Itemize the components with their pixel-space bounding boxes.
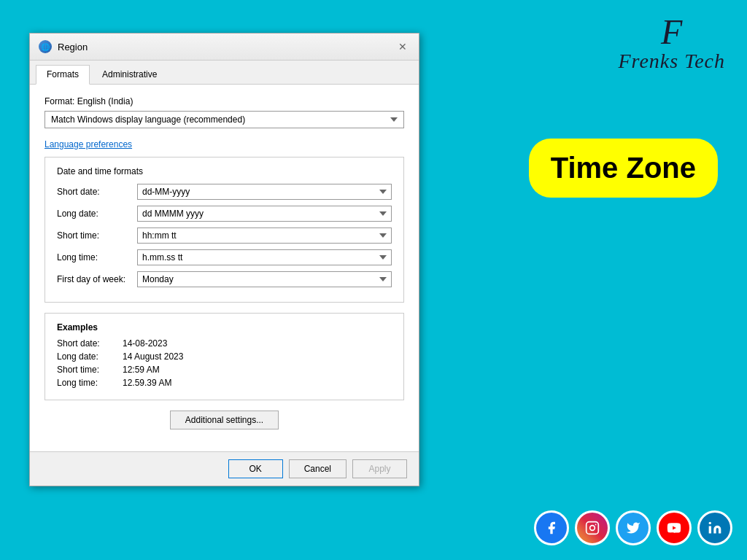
format-dropdown[interactable]: Match Windows display language (recommen… bbox=[44, 111, 404, 128]
date-time-formats-section: Date and time formats Short date: dd-MM-… bbox=[44, 157, 404, 303]
language-preferences-link[interactable]: Language preferences bbox=[44, 139, 132, 149]
dialog-title: Region bbox=[58, 42, 88, 52]
branding-container: F Frenks Tech bbox=[618, 15, 725, 73]
svg-point-1 bbox=[590, 526, 595, 531]
dialog-icon: 🌐 bbox=[39, 40, 52, 53]
social-icons-container bbox=[534, 510, 732, 545]
short-date-label: Short date: bbox=[57, 187, 137, 197]
long-date-dropdown[interactable]: dd MMMM yyyy bbox=[137, 206, 392, 222]
long-date-row: Long date: dd MMMM yyyy bbox=[57, 206, 392, 222]
long-time-label: Long time: bbox=[57, 252, 137, 262]
example-short-date: Short date: 14-08-2023 bbox=[57, 338, 392, 349]
tab-administrative[interactable]: Administrative bbox=[91, 65, 168, 84]
svg-rect-0 bbox=[587, 522, 599, 534]
long-time-dropdown[interactable]: h.mm.ss tt bbox=[137, 249, 392, 265]
example-short-time-label: Short time: bbox=[57, 365, 123, 375]
svg-point-4 bbox=[709, 522, 711, 524]
cancel-button[interactable]: Cancel bbox=[289, 459, 347, 478]
first-day-dropdown[interactable]: Monday bbox=[137, 271, 392, 287]
example-short-date-value: 14-08-2023 bbox=[123, 338, 167, 349]
examples-section: Examples Short date: 14-08-2023 Long dat… bbox=[44, 313, 404, 400]
twitter-icon[interactable] bbox=[616, 510, 651, 545]
region-dialog: 🌐 Region ✕ Formats Administrative Format… bbox=[29, 33, 419, 486]
short-date-dropdown[interactable]: dd-MM-yyyy bbox=[137, 184, 392, 200]
short-time-row: Short time: hh:mm tt bbox=[57, 228, 392, 244]
example-short-time-value: 12:59 AM bbox=[123, 365, 160, 375]
branding-name: Frenks Tech bbox=[618, 50, 725, 73]
example-long-time-value: 12.59.39 AM bbox=[123, 378, 171, 388]
dialog-content: Format: English (India) Match Windows di… bbox=[30, 85, 419, 451]
dialog-footer: OK Cancel Apply bbox=[30, 451, 419, 486]
first-day-row: First day of week: Monday bbox=[57, 271, 392, 287]
example-short-date-label: Short date: bbox=[57, 338, 123, 349]
examples-title: Examples bbox=[57, 322, 392, 332]
youtube-icon[interactable] bbox=[657, 510, 692, 545]
title-bar: 🌐 Region ✕ bbox=[30, 34, 419, 61]
format-section: Format: English (India) Match Windows di… bbox=[44, 96, 404, 128]
title-bar-left: 🌐 Region bbox=[39, 40, 88, 53]
apply-button[interactable]: Apply bbox=[352, 459, 407, 478]
short-time-dropdown[interactable]: hh:mm tt bbox=[137, 228, 392, 244]
date-time-section-title: Date and time formats bbox=[57, 166, 392, 176]
format-label: Format: English (India) bbox=[44, 96, 404, 106]
long-date-label: Long date: bbox=[57, 209, 137, 219]
close-button[interactable]: ✕ bbox=[395, 39, 410, 54]
timezone-badge: Time Zone bbox=[529, 139, 718, 198]
ok-button[interactable]: OK bbox=[228, 459, 283, 478]
linkedin-icon[interactable] bbox=[697, 510, 732, 545]
example-long-date-value: 14 August 2023 bbox=[123, 351, 183, 362]
additional-settings-button[interactable]: Additional settings... bbox=[170, 411, 279, 429]
short-date-row: Short date: dd-MM-yyyy bbox=[57, 184, 392, 200]
example-long-time-label: Long time: bbox=[57, 378, 123, 388]
example-long-date-label: Long date: bbox=[57, 351, 123, 362]
example-short-time: Short time: 12:59 AM bbox=[57, 365, 392, 375]
instagram-icon[interactable] bbox=[575, 510, 610, 545]
tab-formats[interactable]: Formats bbox=[36, 65, 90, 85]
facebook-icon[interactable] bbox=[534, 510, 569, 545]
example-long-time: Long time: 12.59.39 AM bbox=[57, 378, 392, 388]
short-time-label: Short time: bbox=[57, 230, 137, 241]
long-time-row: Long time: h.mm.ss tt bbox=[57, 249, 392, 265]
svg-point-2 bbox=[595, 524, 597, 526]
branding-f-letter: F bbox=[618, 15, 725, 50]
first-day-label: First day of week: bbox=[57, 274, 137, 284]
tabs-container: Formats Administrative bbox=[30, 61, 419, 85]
example-long-date: Long date: 14 August 2023 bbox=[57, 351, 392, 362]
